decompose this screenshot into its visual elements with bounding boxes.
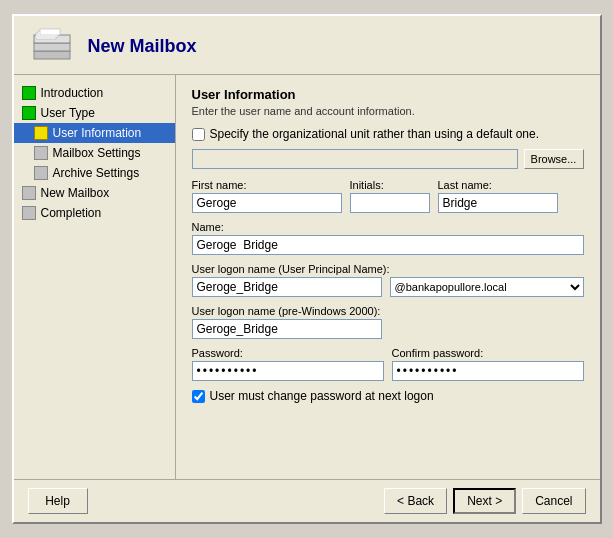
sidebar-label-user-information: User Information: [53, 126, 142, 140]
org-unit-checkbox[interactable]: [192, 128, 205, 141]
sidebar-label-archive-settings: Archive Settings: [53, 166, 140, 180]
sidebar-label-user-type: User Type: [41, 106, 95, 120]
sidebar-item-user-type[interactable]: User Type: [14, 103, 175, 123]
initials-col: Initials:: [350, 179, 430, 213]
indicator-archive-settings: [34, 166, 48, 180]
section-subtitle: Enter the user name and account informat…: [192, 105, 584, 117]
first-name-input[interactable]: [192, 193, 342, 213]
sidebar-item-mailbox-settings[interactable]: Mailbox Settings: [14, 143, 175, 163]
pre2000-label: User logon name (pre-Windows 2000):: [192, 305, 584, 317]
upn-input-row: @bankapopullore.local: [192, 277, 584, 297]
password-input[interactable]: [192, 361, 384, 381]
sidebar-item-completion[interactable]: Completion: [14, 203, 175, 223]
confirm-password-label: Confirm password:: [392, 347, 584, 359]
section-title: User Information: [192, 87, 584, 102]
sidebar-label-completion: Completion: [41, 206, 102, 220]
svg-rect-5: [40, 29, 60, 35]
org-unit-checkbox-row: Specify the organizational unit rather t…: [192, 127, 584, 141]
name-field-row: Name:: [192, 221, 584, 255]
indicator-completion: [22, 206, 36, 220]
sidebar-item-archive-settings[interactable]: Archive Settings: [14, 163, 175, 183]
sidebar-label-new-mailbox: New Mailbox: [41, 186, 110, 200]
name-input[interactable]: [192, 235, 584, 255]
dialog-header: New Mailbox: [14, 16, 600, 75]
initials-input[interactable]: [350, 193, 430, 213]
password-row: Password: Confirm password:: [192, 347, 584, 381]
svg-rect-1: [34, 43, 70, 51]
name-label: Name:: [192, 221, 584, 233]
must-change-password-label: User must change password at next logon: [210, 389, 434, 403]
org-unit-area: Specify the organizational unit rather t…: [192, 127, 584, 169]
first-name-col: First name:: [192, 179, 342, 213]
initials-label: Initials:: [350, 179, 430, 191]
sidebar-item-user-information[interactable]: User Information: [14, 123, 175, 143]
password-label: Password:: [192, 347, 384, 359]
upn-label: User logon name (User Principal Name):: [192, 263, 584, 275]
help-button[interactable]: Help: [28, 488, 88, 514]
must-change-password-checkbox[interactable]: [192, 390, 205, 403]
name-row: First name: Initials: Last name:: [192, 179, 584, 213]
indicator-user-information: [34, 126, 48, 140]
next-button[interactable]: Next >: [453, 488, 516, 514]
indicator-introduction: [22, 86, 36, 100]
last-name-input[interactable]: [438, 193, 558, 213]
browse-button[interactable]: Browse...: [524, 149, 584, 169]
mailbox-icon: [28, 26, 76, 66]
dialog-footer: Help < Back Next > Cancel: [14, 479, 600, 522]
indicator-mailbox-settings: [34, 146, 48, 160]
last-name-col: Last name:: [438, 179, 558, 213]
domain-select-col: @bankapopullore.local: [390, 277, 584, 297]
cancel-button[interactable]: Cancel: [522, 488, 585, 514]
must-change-password-row: User must change password at next logon: [192, 389, 584, 403]
confirm-password-col: Confirm password:: [392, 347, 584, 381]
sidebar-item-introduction[interactable]: Introduction: [14, 83, 175, 103]
sidebar-label-introduction: Introduction: [41, 86, 104, 100]
footer-right: < Back Next > Cancel: [384, 488, 585, 514]
browse-row: Browse...: [192, 149, 584, 169]
sidebar-label-mailbox-settings: Mailbox Settings: [53, 146, 141, 160]
confirm-password-input[interactable]: [392, 361, 584, 381]
indicator-user-type: [22, 106, 36, 120]
indicator-new-mailbox: [22, 186, 36, 200]
last-name-label: Last name:: [438, 179, 558, 191]
sidebar-item-new-mailbox[interactable]: New Mailbox: [14, 183, 175, 203]
upn-input[interactable]: [192, 277, 382, 297]
upn-row: User logon name (User Principal Name): @…: [192, 263, 584, 297]
back-button[interactable]: < Back: [384, 488, 447, 514]
org-unit-input[interactable]: [192, 149, 518, 169]
dialog-body: Introduction User Type User Information …: [14, 75, 600, 479]
svg-rect-0: [34, 51, 70, 59]
domain-select[interactable]: @bankapopullore.local: [390, 277, 584, 297]
main-content: User Information Enter the user name and…: [176, 75, 600, 479]
footer-left: Help: [28, 488, 88, 514]
sidebar: Introduction User Type User Information …: [14, 75, 176, 479]
first-name-label: First name:: [192, 179, 342, 191]
pre2000-row: User logon name (pre-Windows 2000):: [192, 305, 584, 339]
pre2000-input[interactable]: [192, 319, 382, 339]
new-mailbox-dialog: New Mailbox Introduction User Type User …: [12, 14, 602, 524]
dialog-title: New Mailbox: [88, 36, 197, 57]
password-col: Password:: [192, 347, 384, 381]
org-unit-label: Specify the organizational unit rather t…: [210, 127, 540, 141]
upn-input-col: [192, 277, 382, 297]
